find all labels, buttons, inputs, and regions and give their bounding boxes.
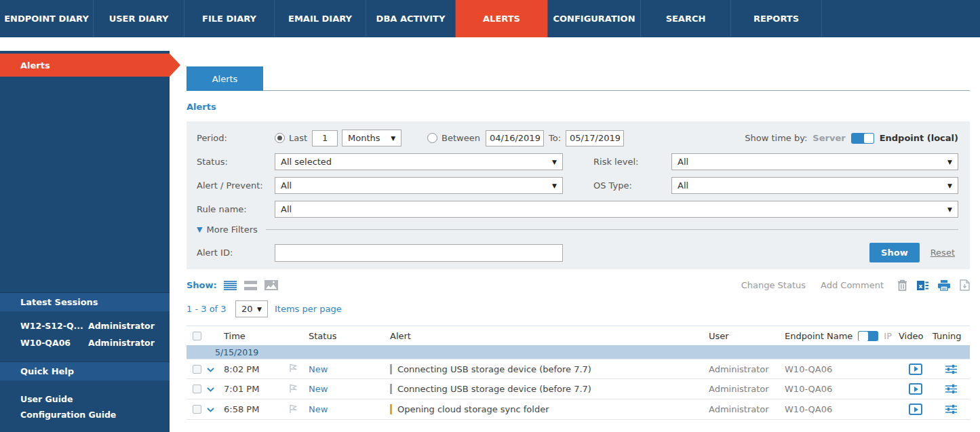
alert-prevent-select[interactable]: All▼ (275, 177, 563, 194)
nav-tab-dba-activity[interactable]: DBA ACTIVITY (366, 0, 456, 37)
sidebar-active-arrow (170, 54, 180, 77)
video-play-button[interactable] (909, 364, 922, 375)
row-alert-text: Connecting USB storage device (before 7.… (397, 364, 591, 374)
session-user: Administrator (88, 321, 155, 331)
row-status-link[interactable]: New (309, 384, 390, 394)
print-icon[interactable] (938, 280, 950, 291)
table-row: 7:01 PM New Connecting USB storage devic… (187, 379, 970, 399)
flag-icon[interactable] (288, 404, 309, 416)
chevron-down-icon: ▼ (552, 182, 557, 189)
show-time-by-endpoint-option[interactable]: Endpoint (local) (880, 133, 958, 143)
session-item[interactable]: W12-S12-Q... Administrator (20, 321, 170, 331)
show-button[interactable]: Show (869, 243, 920, 262)
status-select[interactable]: All selected▼ (275, 153, 563, 170)
page-tabstrip: Alerts (187, 66, 970, 91)
period-last-value-input[interactable] (312, 130, 338, 146)
nav-tab-user-diary[interactable]: USER DIARY (94, 0, 184, 37)
reset-link[interactable]: Reset (930, 248, 955, 258)
table-row: 8:02 PM New Connecting USB storage devic… (187, 359, 970, 379)
column-status[interactable]: Status (309, 331, 390, 341)
period-unit-value: Months (348, 133, 380, 143)
video-play-button[interactable] (909, 404, 922, 415)
sidebar-quick-help-header[interactable]: Quick Help (0, 361, 170, 380)
os-type-select[interactable]: All▼ (671, 177, 958, 194)
show-time-by-label: Show time by: (745, 133, 807, 143)
column-user[interactable]: User (709, 331, 785, 341)
compact-view-icon[interactable] (244, 281, 257, 290)
nav-tab-configuration[interactable]: CONFIGURATION (548, 0, 641, 37)
column-alert[interactable]: Alert (390, 331, 709, 341)
flag-icon[interactable] (288, 383, 309, 395)
rule-name-select[interactable]: All▼ (275, 201, 958, 218)
severity-bar (390, 404, 392, 414)
show-time-by-toggle[interactable] (851, 133, 874, 144)
nav-tab-alerts[interactable]: ALERTS (456, 0, 548, 37)
expand-chevron-icon[interactable] (207, 364, 224, 374)
change-status-button[interactable]: Change Status (741, 280, 806, 290)
list-view-icon[interactable] (224, 281, 237, 290)
period-unit-select[interactable]: Months▼ (342, 130, 401, 146)
row-time: 7:01 PM (224, 384, 288, 394)
show-time-by-server-option[interactable]: Server (812, 133, 845, 143)
row-checkbox[interactable] (193, 365, 201, 374)
nav-tab-email-diary[interactable]: EMAIL DIARY (275, 0, 366, 37)
chevron-down-icon: ▼ (552, 159, 557, 165)
row-status-link[interactable]: New (309, 364, 390, 374)
tab-alerts[interactable]: Alerts (187, 66, 263, 91)
session-user: Administrator (88, 338, 155, 348)
column-ip[interactable]: IP (884, 331, 892, 341)
more-filters-link[interactable]: More Filters (206, 224, 257, 235)
column-time[interactable]: Time (224, 331, 288, 341)
alert-id-input[interactable] (275, 244, 563, 262)
nav-tab-reports[interactable]: REPORTS (731, 0, 822, 37)
video-play-button[interactable] (909, 383, 922, 395)
nav-tab-search[interactable]: SEARCH (641, 0, 731, 37)
items-per-page-label: Items per page (275, 304, 342, 314)
period-from-input[interactable] (486, 130, 544, 146)
alerts-table: Time Status Alert User Endpoint Name IP … (187, 326, 970, 420)
rule-name-row: Rule name: All▼ (197, 201, 958, 218)
breadcrumb[interactable]: Alerts (187, 102, 216, 112)
period-between-radio[interactable] (427, 133, 437, 143)
tuning-icon[interactable] (933, 404, 970, 414)
configuration-guide-link[interactable]: Configuration Guide (20, 410, 170, 420)
delete-icon[interactable] (897, 279, 907, 291)
row-checkbox[interactable] (193, 405, 201, 414)
export-excel-icon[interactable]: x (917, 280, 928, 291)
rule-name-value: All (281, 204, 292, 214)
export-pdf-icon[interactable] (960, 279, 970, 291)
svg-text:x: x (919, 282, 923, 289)
period-last-radio[interactable] (275, 133, 285, 143)
select-all-checkbox[interactable] (193, 332, 201, 340)
row-status-link[interactable]: New (309, 404, 390, 414)
sidebar: Alerts Latest Sessions W12-S12-Q... Admi… (0, 51, 170, 432)
column-endpoint-name[interactable]: Endpoint Name (785, 331, 852, 341)
period-to-input[interactable] (566, 130, 624, 146)
alert-id-row: Alert ID: Show Reset (197, 243, 958, 262)
period-between-label: Between (442, 133, 480, 143)
nav-tab-endpoint-diary[interactable]: ENDPOINT DIARY (0, 0, 94, 37)
status-label: Status: (197, 157, 275, 167)
pagination-row: 1 - 3 of 3 20▼ Items per page (187, 300, 970, 317)
sidebar-item-alerts[interactable]: Alerts (0, 54, 170, 77)
row-checkbox[interactable] (193, 385, 201, 393)
tuning-icon[interactable] (933, 364, 970, 374)
severity-bar (390, 384, 392, 394)
risk-level-select[interactable]: All▼ (671, 153, 958, 170)
expand-chevron-icon[interactable] (207, 384, 224, 394)
add-comment-button[interactable]: Add Comment (821, 280, 884, 290)
session-item[interactable]: W10-QA06 Administrator (20, 338, 170, 348)
alert-prevent-value: All (281, 180, 292, 191)
nav-tab-file-diary[interactable]: FILE DIARY (184, 0, 275, 37)
user-guide-link[interactable]: User Guide (20, 394, 170, 404)
page-size-select[interactable]: 20▼ (235, 300, 268, 317)
thumbnail-view-icon[interactable] (264, 280, 278, 290)
chevron-down-icon: ▼ (947, 206, 952, 213)
tuning-icon[interactable] (933, 384, 970, 394)
expand-chevron-icon[interactable] (207, 404, 224, 414)
flag-icon[interactable] (288, 363, 309, 375)
table-row: 6:58 PM New Opening cloud storage sync f… (187, 399, 970, 420)
sidebar-latest-sessions-header[interactable]: Latest Sessions (0, 292, 170, 311)
row-user: Administrator (709, 364, 785, 374)
endpoint-name-ip-toggle[interactable] (858, 331, 878, 341)
